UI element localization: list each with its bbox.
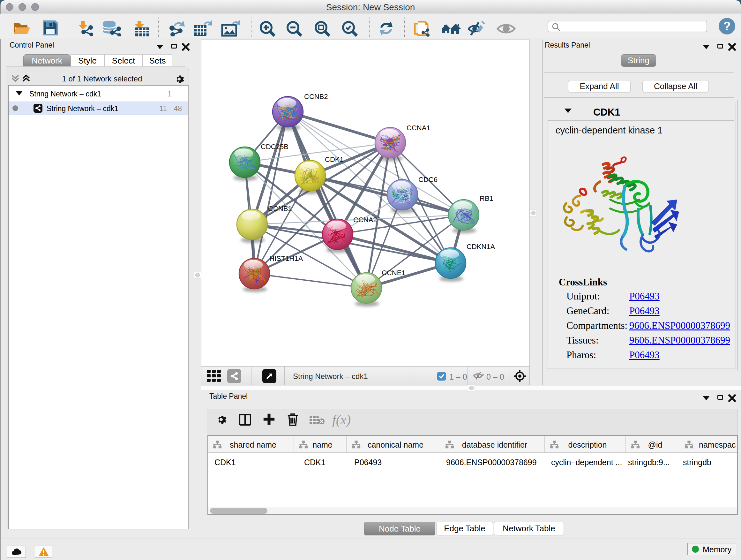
svg-text:CDC6: CDC6 (418, 176, 437, 184)
svg-text:HIST1H1A: HIST1H1A (269, 254, 303, 262)
svg-text:CCNB1: CCNB1 (268, 205, 292, 212)
svg-text:CCNA1: CCNA1 (407, 124, 430, 132)
svg-text:RB1: RB1 (480, 194, 493, 202)
svg-text:CCNB2: CCNB2 (304, 92, 328, 101)
svg-text:CCNE1: CCNE1 (382, 269, 406, 277)
svg-text:CDC25B: CDC25B (261, 143, 288, 151)
svg-text:CCNA2: CCNA2 (353, 216, 377, 224)
svg-text:CDK1: CDK1 (325, 155, 344, 164)
svg-text:CDKN1A: CDKN1A (467, 243, 495, 251)
